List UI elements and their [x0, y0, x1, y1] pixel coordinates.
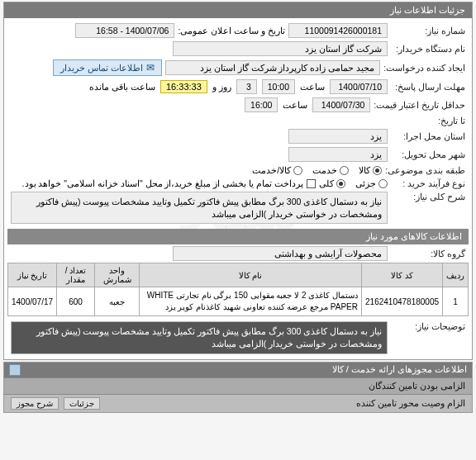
- label-desc: شرح کلی نیاز:: [391, 192, 465, 202]
- table-row: 1 2162410478180005 دستمال کاغذی 2 لا جعب…: [8, 287, 469, 316]
- permits-title: اطلاعات مجوزهای ارائه خدمت / کالا: [332, 364, 467, 375]
- value-announce: 1400/07/06 - 16:58: [75, 23, 174, 38]
- radio-total[interactable]: کلی: [319, 178, 345, 188]
- label-price-valid: حداقل تاریخ اعتبار قیمت:: [374, 100, 465, 110]
- cell-idx: 1: [443, 287, 469, 316]
- th-qty: تعداد / مقدار: [57, 263, 95, 287]
- radio-partial[interactable]: جزئی: [355, 178, 388, 188]
- cell-unit: جعبه: [95, 287, 140, 316]
- label-deadline: مهلت ارسال پاسخ:: [391, 82, 465, 92]
- label-deliver-city: شهر محل تحویل:: [391, 149, 465, 159]
- radio-both[interactable]: کالا/خدمت: [252, 165, 302, 175]
- supplier-mandatory-label: الزامی بودن تامین کنندگان: [369, 381, 465, 391]
- label-creator: ایجاد کننده درخواست:: [383, 63, 465, 73]
- label-time1: ساعت: [300, 82, 325, 92]
- value-date2: 1400/07/30: [312, 97, 370, 112]
- contact-buyer-button[interactable]: ✉ اطلاعات تماس خریدار: [53, 59, 162, 76]
- th-name: نام کالا: [139, 263, 361, 287]
- proc-radio-group: جزئی کلی: [319, 178, 388, 188]
- value-date1: 1400/07/10: [330, 79, 388, 94]
- label-empty: تا تاریخ:: [391, 116, 465, 126]
- label-need-no: شماره نیاز:: [391, 26, 465, 36]
- label-group: گروه کالا:: [391, 249, 465, 258]
- items-table: ردیف کد کالا نام کالا واحد شمارش تعداد /…: [7, 263, 469, 316]
- label-proc-type: نوع فرآیند خرید :: [391, 178, 465, 188]
- value-buyer: شرکت گاز استان یزد: [173, 41, 388, 56]
- countdown: 16:33:33: [160, 80, 207, 93]
- label-explain: توضیحات نیاز:: [391, 321, 465, 331]
- th-code: کد کالا: [362, 263, 443, 287]
- cell-name: دستمال کاغذی 2 لا جعبه مقوایی 150 برگی ن…: [139, 287, 361, 316]
- cell-code: 2162410478180005: [362, 287, 443, 316]
- th-unit: واحد شمارش: [95, 263, 140, 287]
- value-deliver-city: یزد: [288, 147, 388, 162]
- value-explain: نیاز به دستمال کاغذی 300 برگ مطابق پیش ف…: [11, 321, 388, 353]
- value-creator: مجید حمامی زاده کارپرداز شرکت گاز استان …: [165, 60, 380, 75]
- label-buyer: نام دستگاه خریدار:: [391, 44, 465, 54]
- envelope-icon: ✉: [146, 62, 155, 74]
- panel-permits: اطلاعات مجوزهای ارائه خدمت / کالا الزامی…: [3, 362, 473, 413]
- details-button[interactable]: جزئیات: [64, 397, 100, 410]
- label-days: روز و: [212, 82, 231, 92]
- cell-qty: 600: [57, 287, 95, 316]
- proc-note: پرداخت تمام یا بخشی از مبلغ خرید،از محل …: [22, 178, 303, 188]
- permits-header[interactable]: اطلاعات مجوزهای ارائه خدمت / کالا: [4, 363, 472, 377]
- value-group: محصولات آرایشی و بهداشتی: [173, 246, 388, 261]
- th-idx: ردیف: [443, 263, 469, 287]
- permit-desc-button[interactable]: شرح مجوز: [11, 397, 59, 410]
- value-days: 3: [236, 79, 257, 94]
- label-time2: ساعت: [283, 100, 307, 110]
- label-announce: تاریخ و ساعت اعلان عمومی:: [178, 26, 285, 36]
- treasury-checkbox[interactable]: [307, 179, 316, 188]
- th-date: تاریخ نیاز: [8, 263, 57, 287]
- value-exec-province: یزد: [288, 129, 388, 144]
- expand-icon[interactable]: [9, 364, 21, 376]
- category-radio-group: کالا خدمت کالا/خدمت: [252, 165, 382, 175]
- footer-row: الزام وصیت محور تامین کننده جزئیات شرح م…: [4, 394, 472, 412]
- radio-service[interactable]: خدمت: [312, 165, 349, 175]
- value-desc: نیاز به دستمال کاغذی 300 برگ مطابق پیش ف…: [11, 192, 388, 224]
- value-need-no: 1100091426000181: [288, 23, 388, 38]
- cell-date: 1400/07/17: [8, 287, 57, 316]
- radio-goods[interactable]: کالا: [359, 165, 382, 175]
- value-time1: 10:00: [262, 79, 295, 94]
- value-time2: 16:00: [245, 97, 278, 112]
- label-category: طبقه بندی موضوعی:: [385, 165, 465, 175]
- panel-header: جزئیات اطلاعات نیاز: [4, 2, 472, 18]
- contact-label: اطلاعات تماس خریدار: [60, 63, 143, 73]
- label-exec-province: استان محل اجرا:: [391, 131, 465, 141]
- subheader-items: اطلاعات کالاهای مورد نیاز: [7, 229, 469, 244]
- footer-label: الزام وصیت محور تامین کننده: [356, 398, 465, 409]
- supplier-mandatory-row: الزامی بودن تامین کنندگان: [4, 377, 472, 394]
- panel-need-details: جزئیات اطلاعات نیاز شماره نیاز: 11000914…: [3, 2, 473, 360]
- label-remain: ساعت باقی مانده: [89, 82, 155, 92]
